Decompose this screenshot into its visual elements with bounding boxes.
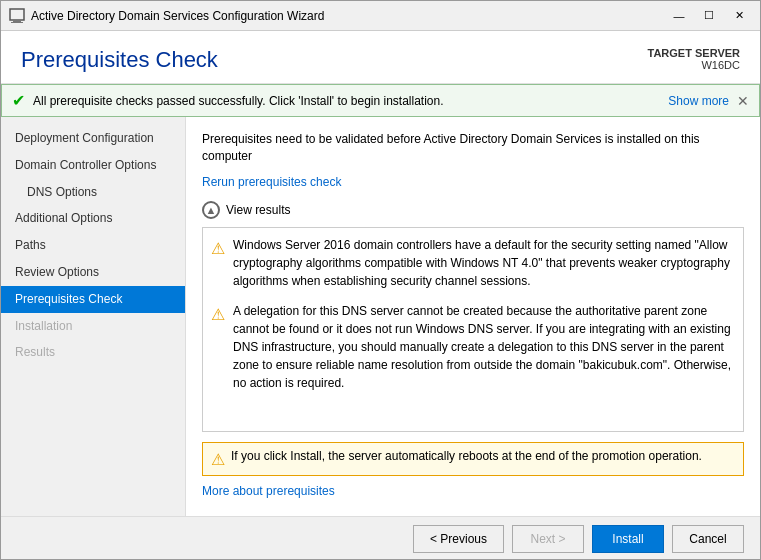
page-title: Prerequisites Check (21, 47, 218, 73)
svg-rect-1 (13, 20, 21, 22)
description-text: Prerequisites need to be validated befor… (202, 131, 744, 165)
app-icon (9, 8, 25, 24)
sidebar-item-deployment-configuration[interactable]: Deployment Configuration (1, 125, 185, 152)
main-panel: Prerequisites need to be validated befor… (186, 117, 760, 516)
next-button[interactable]: Next > (512, 525, 584, 553)
sidebar-item-domain-controller-options[interactable]: Domain Controller Options (1, 152, 185, 179)
maximize-button[interactable]: ☐ (696, 6, 722, 26)
svg-rect-2 (11, 22, 23, 23)
cancel-button[interactable]: Cancel (672, 525, 744, 553)
wizard-footer: < Previous Next > Install Cancel (1, 516, 760, 560)
more-about-prerequisites-link[interactable]: More about prerequisites (202, 484, 744, 498)
warning-footer-text: If you click Install, the server automat… (231, 449, 702, 463)
result-text-0: Windows Server 2016 domain controllers h… (233, 236, 735, 290)
wizard-header: Prerequisites Check TARGET SERVER W16DC (1, 31, 760, 84)
result-text-1: A delegation for this DNS server cannot … (233, 302, 735, 392)
success-banner: ✔ All prerequisite checks passed success… (1, 84, 760, 117)
window-controls: — ☐ ✕ (666, 6, 752, 26)
main-container: Prerequisites Check TARGET SERVER W16DC … (1, 31, 760, 560)
warning-footer: ⚠ If you click Install, the server autom… (202, 442, 744, 476)
sidebar-item-results: Results (1, 339, 185, 366)
result-item-1: ⚠A delegation for this DNS server cannot… (211, 302, 735, 392)
rerun-prerequisites-link[interactable]: Rerun prerequisites check (202, 175, 744, 189)
show-more-link[interactable]: Show more (668, 94, 729, 108)
success-icon: ✔ (12, 91, 25, 110)
sidebar-item-prerequisites-check[interactable]: Prerequisites Check (1, 286, 185, 313)
collapse-icon: ▲ (202, 201, 220, 219)
svg-rect-0 (10, 9, 24, 20)
previous-button[interactable]: < Previous (413, 525, 504, 553)
target-server-info: TARGET SERVER W16DC (648, 47, 741, 71)
target-server-name: W16DC (648, 59, 741, 71)
install-button[interactable]: Install (592, 525, 664, 553)
wizard-sidebar: Deployment ConfigurationDomain Controlle… (1, 117, 186, 516)
view-results-toggle[interactable]: ▲ View results (202, 201, 744, 219)
warning-icon-0: ⚠ (211, 237, 225, 290)
result-item-0: ⚠Windows Server 2016 domain controllers … (211, 236, 735, 290)
results-box[interactable]: ⚠Windows Server 2016 domain controllers … (202, 227, 744, 432)
sidebar-item-review-options[interactable]: Review Options (1, 259, 185, 286)
sidebar-item-paths[interactable]: Paths (1, 232, 185, 259)
banner-close-button[interactable]: ✕ (737, 93, 749, 109)
sidebar-item-additional-options[interactable]: Additional Options (1, 205, 185, 232)
view-results-label: View results (226, 203, 290, 217)
target-server-label: TARGET SERVER (648, 47, 741, 59)
title-bar: Active Directory Domain Services Configu… (1, 1, 760, 31)
sidebar-item-installation: Installation (1, 313, 185, 340)
sidebar-item-dns-options[interactable]: DNS Options (1, 179, 185, 206)
banner-message: All prerequisite checks passed successfu… (33, 94, 660, 108)
minimize-button[interactable]: — (666, 6, 692, 26)
content-area: Deployment ConfigurationDomain Controlle… (1, 117, 760, 516)
close-button[interactable]: ✕ (726, 6, 752, 26)
warning-icon-1: ⚠ (211, 303, 225, 392)
title-bar-text: Active Directory Domain Services Configu… (31, 9, 660, 23)
warning-footer-icon: ⚠ (211, 450, 225, 469)
